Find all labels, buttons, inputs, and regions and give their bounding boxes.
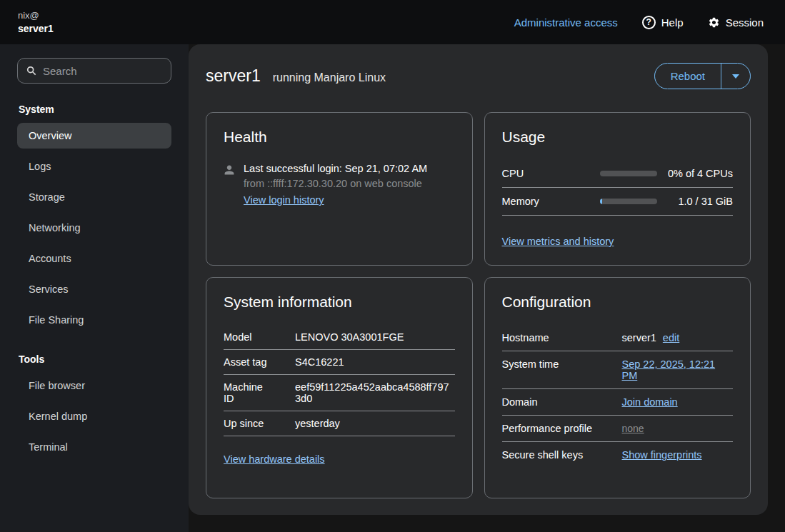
cpu-value: 0% of 4 CPUs bbox=[657, 168, 734, 179]
sidebar-item-services[interactable]: Services bbox=[17, 276, 171, 302]
up-since-label: Up since bbox=[224, 418, 275, 429]
sidebar-item-logs[interactable]: Logs bbox=[17, 154, 171, 179]
configuration-card: Configuration Hostname server1edit Syste… bbox=[484, 277, 751, 498]
page-title-hostname: server1 bbox=[206, 66, 261, 86]
hostname-label: Hostname bbox=[502, 332, 622, 343]
system-time-link[interactable]: Sep 22, 2025, 12:21 PM bbox=[622, 358, 716, 381]
cpu-usage-row: CPU 0% of 4 CPUs bbox=[502, 160, 734, 188]
machine-id-value: eef59f11225a452aabca4588ff7973d0 bbox=[295, 381, 455, 404]
reboot-button[interactable]: Reboot bbox=[655, 64, 721, 89]
model-value: LENOVO 30A3001FGE bbox=[295, 331, 455, 343]
masthead: nix@ server1 Administrative access ? Hel… bbox=[0, 0, 785, 44]
asset-tag-label: Asset tag bbox=[224, 356, 275, 368]
view-hardware-details-link[interactable]: View hardware details bbox=[224, 453, 325, 465]
memory-progress-bar bbox=[600, 199, 657, 204]
machine-id-row: Machine ID eef59f11225a452aabca4588ff797… bbox=[224, 375, 455, 411]
reboot-split-button: Reboot bbox=[654, 63, 751, 89]
caret-down-icon bbox=[732, 74, 739, 79]
usage-card: Usage CPU 0% of 4 CPUs Memory 1.0 / 31 G… bbox=[484, 112, 751, 266]
up-since-value: yesterday bbox=[295, 418, 455, 429]
usage-title: Usage bbox=[502, 129, 734, 146]
sidebar-item-overview[interactable]: Overview bbox=[17, 123, 171, 149]
sidebar-section-system: System bbox=[0, 96, 189, 121]
cpu-progress-bar bbox=[600, 171, 657, 176]
edit-hostname-link[interactable]: edit bbox=[663, 332, 679, 343]
secure-shell-keys-label: Secure shell keys bbox=[502, 449, 622, 461]
performance-profile-row: Performance profile none bbox=[502, 416, 734, 442]
hostname-row: Hostname server1edit bbox=[502, 325, 734, 351]
up-since-row: Up since yesterday bbox=[224, 411, 455, 436]
system-time-row: System time Sep 22, 2025, 12:21 PM bbox=[502, 351, 734, 389]
system-time-label: System time bbox=[502, 358, 622, 370]
health-card: Health Last successful login: Sep 21, 07… bbox=[206, 112, 473, 266]
sidebar-item-accounts[interactable]: Accounts bbox=[17, 246, 171, 271]
sidebar-section-tools: Tools bbox=[0, 346, 189, 371]
brand: nix@ server1 bbox=[18, 10, 54, 34]
machine-id-label: Machine ID bbox=[224, 381, 275, 404]
secure-shell-keys-row: Secure shell keys Show fingerprints bbox=[502, 442, 734, 468]
model-row: Model LENOVO 30A3001FGE bbox=[224, 325, 455, 350]
brand-hostname: server1 bbox=[18, 23, 54, 34]
memory-value: 1.0 / 31 GiB bbox=[657, 196, 734, 207]
gear-icon bbox=[708, 16, 720, 29]
sidebar-item-file-sharing[interactable]: File Sharing bbox=[17, 307, 171, 333]
sidebar-item-networking[interactable]: Networking bbox=[17, 215, 171, 241]
cpu-label: CPU bbox=[502, 168, 600, 179]
domain-row: Domain Join domain bbox=[502, 389, 734, 416]
last-login-text: Last successful login: Sep 21, 07:02 AM bbox=[244, 163, 427, 174]
session-menu[interactable]: Session bbox=[708, 16, 764, 29]
domain-label: Domain bbox=[502, 396, 622, 408]
health-title: Health bbox=[224, 129, 455, 146]
split-divider bbox=[721, 64, 721, 89]
view-login-history-link[interactable]: View login history bbox=[244, 194, 324, 206]
system-information-title: System information bbox=[224, 293, 455, 311]
question-circle-icon: ? bbox=[642, 16, 656, 29]
configuration-title: Configuration bbox=[502, 293, 734, 311]
sidebar-item-terminal[interactable]: Terminal bbox=[17, 434, 171, 460]
user-icon bbox=[224, 164, 235, 176]
administrative-access-link[interactable]: Administrative access bbox=[514, 16, 618, 29]
view-metrics-link[interactable]: View metrics and history bbox=[502, 236, 614, 247]
sidebar-item-file-browser[interactable]: File browser bbox=[17, 373, 171, 398]
os-subtitle: running Manjaro Linux bbox=[273, 71, 386, 84]
overview-panel: server1 running Manjaro Linux Reboot Hea… bbox=[189, 44, 768, 515]
login-source-text: from ::ffff:172.30.30.20 on web console bbox=[244, 178, 427, 189]
help-label: Help bbox=[661, 16, 684, 29]
sidebar-item-kernel-dump[interactable]: Kernel dump bbox=[17, 403, 171, 429]
search-input[interactable] bbox=[43, 65, 162, 77]
sidebar: System Overview Logs Storage Networking … bbox=[0, 44, 189, 532]
panel-header: server1 running Manjaro Linux Reboot bbox=[206, 63, 751, 89]
reboot-dropdown-toggle[interactable] bbox=[721, 64, 750, 89]
sidebar-search[interactable] bbox=[17, 58, 171, 84]
search-icon bbox=[26, 66, 36, 76]
performance-profile-value: none bbox=[622, 423, 644, 434]
model-label: Model bbox=[224, 331, 275, 343]
brand-user: nix@ bbox=[18, 10, 54, 21]
masthead-nav: Administrative access ? Help Session bbox=[514, 16, 764, 29]
hostname-value: server1 bbox=[622, 332, 656, 343]
help-menu[interactable]: ? Help bbox=[642, 16, 684, 29]
sidebar-item-storage[interactable]: Storage bbox=[17, 184, 171, 210]
session-label: Session bbox=[726, 16, 764, 29]
asset-tag-row: Asset tag S4C16221 bbox=[224, 350, 455, 375]
memory-label: Memory bbox=[502, 196, 600, 207]
memory-usage-row: Memory 1.0 / 31 GiB bbox=[502, 188, 734, 216]
join-domain-link[interactable]: Join domain bbox=[622, 396, 678, 408]
performance-profile-label: Performance profile bbox=[502, 423, 622, 434]
show-fingerprints-link[interactable]: Show fingerprints bbox=[622, 449, 702, 461]
asset-tag-value: S4C16221 bbox=[295, 356, 455, 368]
system-information-card: System information Model LENOVO 30A3001F… bbox=[206, 277, 473, 498]
